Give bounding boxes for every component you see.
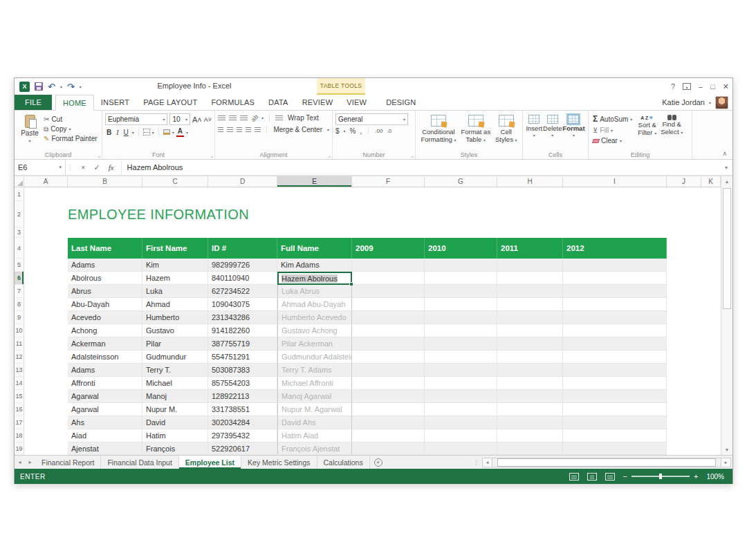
cell-a9[interactable] — [24, 311, 68, 324]
cell-g9[interactable] — [425, 311, 497, 324]
cell-g10[interactable] — [425, 324, 497, 337]
tab-data[interactable]: DATA — [261, 95, 295, 110]
zoom-control[interactable]: − + — [623, 473, 699, 480]
minimize-icon[interactable]: – — [699, 82, 703, 91]
column-header-j[interactable]: J — [667, 176, 701, 187]
cell-styles-button[interactable]: Cell Styles ▾ — [495, 113, 517, 149]
zoom-in-icon[interactable]: + — [694, 473, 698, 480]
cell-d13[interactable]: 503087383 — [208, 364, 277, 377]
column-header-a[interactable]: A — [24, 176, 68, 187]
alignment-dialog-launcher-icon[interactable]: ⌟ — [328, 152, 331, 158]
cell-e18[interactable]: Hatim Aiad — [277, 429, 352, 442]
copy-button[interactable]: ⧉Copy▾ — [42, 124, 99, 133]
cell-i5[interactable] — [563, 259, 667, 272]
cell-i13[interactable] — [563, 364, 667, 377]
name-box[interactable]: E6▾ — [15, 160, 66, 175]
confirm-entry-icon[interactable]: ✓ — [93, 163, 100, 172]
row-header-9[interactable]: 9 — [15, 311, 24, 324]
cell-f19[interactable] — [352, 442, 425, 455]
cell-a4[interactable] — [24, 238, 68, 259]
table-header-2009[interactable]: 2009 — [352, 238, 425, 259]
cell-d16[interactable]: 331738551 — [208, 403, 277, 416]
cell-e12[interactable]: Gudmundur Adalsteinsson — [277, 351, 352, 364]
page-break-preview-icon[interactable] — [605, 473, 615, 480]
row-header-8[interactable]: 8 — [15, 298, 24, 311]
table-header-last-name[interactable]: Last Name — [68, 238, 142, 259]
cell-d5[interactable]: 982999726 — [208, 259, 277, 272]
sheet-nav-left-icon[interactable]: ◂ — [15, 456, 25, 469]
user-name[interactable]: Katie Jordan — [662, 98, 705, 106]
cell-g5[interactable] — [425, 259, 497, 272]
cell-a8[interactable] — [24, 298, 68, 311]
cell-g8[interactable] — [425, 298, 497, 311]
cell-f13[interactable] — [352, 364, 425, 377]
sort-filter-button[interactable]: A Z▼ Sort & Filter ▾ — [638, 113, 656, 149]
undo-caret-icon[interactable]: ▾ — [60, 84, 62, 89]
zoom-out-icon[interactable]: − — [623, 473, 627, 480]
accounting-format-icon[interactable]: $ — [335, 127, 340, 135]
cell-d12[interactable]: 554751291 — [208, 351, 277, 364]
conditional-formatting-button[interactable]: Conditional Formatting ▾ — [421, 113, 456, 149]
autosum-button[interactable]: ΣAutoSum▾ — [591, 113, 634, 124]
table-header-2010[interactable]: 2010 — [425, 238, 497, 259]
vertical-scroll-thumb[interactable] — [723, 188, 731, 309]
comma-style-icon[interactable]: , — [360, 127, 362, 135]
cell-i12[interactable] — [563, 351, 667, 364]
cell-g19[interactable] — [425, 442, 497, 455]
cell-e17[interactable]: David Ahs — [277, 416, 352, 429]
cell-d15[interactable]: 128922113 — [208, 390, 277, 403]
number-dialog-launcher-icon[interactable]: ⌟ — [411, 152, 414, 158]
cell-c6[interactable]: Hazem — [142, 272, 208, 285]
cell-f9[interactable] — [352, 311, 425, 324]
cell-i18[interactable] — [563, 429, 667, 442]
cell-f17[interactable] — [352, 416, 425, 429]
cell-a6[interactable] — [24, 272, 68, 285]
decrease-indent-icon[interactable] — [246, 127, 251, 133]
column-header-k[interactable]: K — [701, 176, 721, 187]
row-header-16[interactable]: 16 — [15, 403, 24, 416]
cell-i17[interactable] — [563, 416, 667, 429]
align-right-icon[interactable] — [237, 127, 242, 133]
cell-h6[interactable] — [497, 272, 563, 285]
cut-button[interactable]: ✂Cut — [42, 115, 99, 124]
horizontal-scroll-thumb[interactable] — [497, 458, 717, 467]
cell-e7[interactable]: Luka Abrus — [277, 285, 352, 298]
scrollbar-splitter-icon[interactable]: ⋮ — [473, 459, 479, 466]
cell-c16[interactable]: Nupur M. — [142, 403, 208, 416]
italic-button[interactable]: I — [115, 128, 120, 137]
fill-color-icon[interactable] — [163, 129, 170, 135]
cell-b16[interactable]: Agarwal — [68, 403, 142, 416]
help-icon[interactable]: ? — [671, 82, 675, 91]
sheet-nav-right-icon[interactable]: ▸ — [25, 456, 35, 469]
tab-view[interactable]: VIEW — [340, 95, 374, 110]
cell-i16[interactable] — [563, 403, 667, 416]
column-header-d[interactable]: D — [208, 176, 277, 187]
table-header-2011[interactable]: 2011 — [497, 238, 563, 259]
cell-d17[interactable]: 302034284 — [208, 416, 277, 429]
cell-a10[interactable] — [24, 324, 68, 337]
percent-style-icon[interactable]: % — [350, 127, 356, 135]
cell-c15[interactable]: Manoj — [142, 390, 208, 403]
vertical-scroll-track[interactable] — [721, 310, 732, 445]
cell-a3[interactable] — [24, 227, 68, 238]
cell-b5[interactable]: Adams — [68, 259, 142, 272]
expand-formula-bar-icon[interactable]: ▾ — [720, 160, 732, 175]
cell-a7[interactable] — [24, 285, 68, 298]
cell-b6[interactable]: Abolrous — [68, 272, 142, 285]
cell-e10[interactable]: Gustavo Achong — [277, 324, 352, 337]
user-account[interactable]: Katie Jordan ▾ — [662, 95, 728, 110]
sheet-tab-financial-data-input[interactable]: Financial Data Input — [101, 456, 178, 469]
cell-b9[interactable]: Acevedo — [68, 311, 142, 324]
redo-icon[interactable]: ↷ — [67, 82, 75, 91]
font-dialog-launcher-icon[interactable]: ⌟ — [210, 152, 213, 158]
row-header-3[interactable]: 3 — [15, 227, 24, 238]
formula-input[interactable]: Hazem Abolrous — [122, 160, 720, 175]
row-header-19[interactable]: 19 — [15, 442, 24, 455]
column-header-c[interactable]: C — [142, 176, 208, 187]
cell-c14[interactable]: Michael — [142, 377, 208, 390]
undo-icon[interactable]: ↶ — [48, 82, 55, 91]
cell-a19[interactable] — [24, 442, 68, 455]
cell-h8[interactable] — [497, 298, 563, 311]
horizontal-scroll-track[interactable] — [492, 458, 721, 467]
delete-cells-button[interactable]: Delete▾ — [543, 113, 562, 149]
